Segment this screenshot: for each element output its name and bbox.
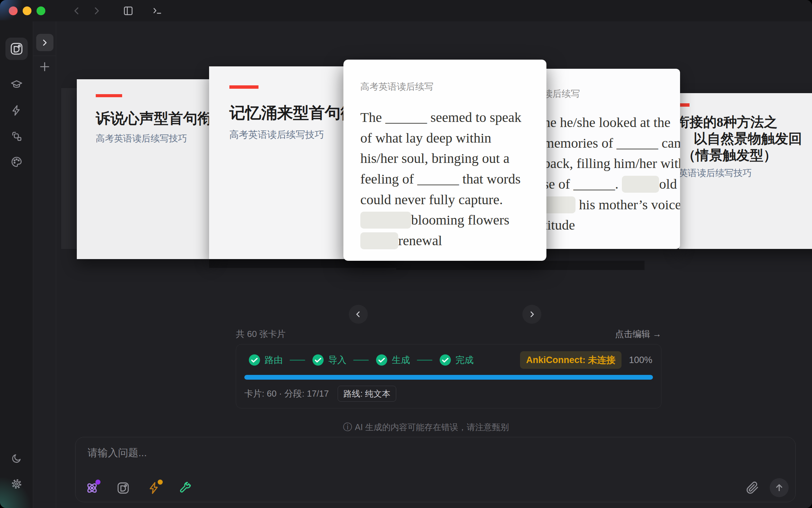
chat-composer bbox=[75, 437, 796, 502]
close-button[interactable] bbox=[9, 6, 18, 15]
theme-toggle-button[interactable] bbox=[11, 453, 22, 465]
gear-icon bbox=[10, 478, 23, 490]
settings-button[interactable] bbox=[10, 478, 23, 491]
arrow-up-icon bbox=[774, 483, 784, 493]
traffic-lights bbox=[9, 6, 45, 15]
cloze-blank[interactable] bbox=[622, 176, 659, 193]
sidebar-item-themes[interactable] bbox=[10, 156, 23, 169]
terminal-button[interactable] bbox=[152, 5, 163, 17]
card-text: memories of ______ came bbox=[543, 135, 680, 151]
palette-icon bbox=[10, 156, 23, 168]
quick-generate-button[interactable] bbox=[146, 480, 163, 496]
cloze-blank[interactable] bbox=[360, 212, 411, 229]
progress-step: 导入 bbox=[312, 354, 346, 366]
step-label: 导入 bbox=[328, 354, 346, 366]
secondary-rail bbox=[33, 21, 56, 508]
titlebar bbox=[0, 0, 812, 21]
rail-divider bbox=[33, 56, 56, 56]
progress-step: 路由 bbox=[248, 354, 283, 366]
progress-step: 生成 bbox=[376, 354, 410, 366]
card-accent-bar bbox=[96, 94, 122, 97]
card-title: 句衔接的8种方法之以自然景物触发回（情景触发型） bbox=[679, 114, 812, 164]
card-text: renewal bbox=[398, 233, 442, 248]
wrench-icon bbox=[179, 481, 192, 495]
info-icon: ⓘ bbox=[343, 422, 352, 432]
card-subtitle: 英语读后续写技巧 bbox=[679, 167, 812, 179]
card-back-strip bbox=[396, 261, 645, 270]
card-count-label: 共 60 张卡片 bbox=[236, 328, 286, 340]
chevron-left-icon bbox=[72, 6, 82, 16]
arrow-right-icon: → bbox=[653, 329, 661, 339]
new-chat-button[interactable] bbox=[39, 61, 51, 74]
card-accent-bar bbox=[679, 103, 690, 107]
main-content: 诉说心声型首句衔接 高考英语读后续写技巧 记忆涌来型首句衔接 高考英语读后续写技… bbox=[56, 21, 812, 508]
check-icon bbox=[248, 354, 261, 366]
flashcard-front[interactable]: 高考英语读后续写 The ______ seemed to speak of w… bbox=[343, 60, 546, 261]
chevron-right-icon bbox=[91, 6, 102, 16]
card-title: 诉说心声型首句衔接 bbox=[96, 109, 212, 128]
check-icon bbox=[439, 354, 451, 366]
card-text: old bbox=[659, 176, 677, 192]
card-subtitle: 高考英语读后续写技巧 bbox=[96, 132, 212, 145]
card-deck-label: 高考英语读后续写 bbox=[360, 81, 531, 93]
carousel-next-button[interactable] bbox=[522, 305, 541, 324]
route-badge: 路线: 纯文本 bbox=[338, 386, 396, 402]
sidebar-item-quick[interactable] bbox=[10, 104, 23, 118]
send-button[interactable] bbox=[770, 478, 789, 497]
tools-button[interactable] bbox=[177, 480, 194, 496]
step-connector bbox=[290, 360, 305, 361]
step-connector bbox=[417, 360, 432, 361]
step-label: 路由 bbox=[265, 354, 283, 366]
cloze-blank[interactable] bbox=[543, 196, 576, 213]
progress-bar-fill bbox=[244, 375, 653, 380]
edit-cards-link[interactable]: 点击编辑 → bbox=[615, 328, 661, 340]
card-text: his mother’s voice bbox=[576, 197, 680, 212]
question-input[interactable] bbox=[88, 446, 783, 470]
card-deck-label: 读后续写 bbox=[543, 88, 680, 100]
plus-icon bbox=[39, 61, 51, 73]
carousel-prev-button[interactable] bbox=[349, 305, 368, 324]
app-window: 诉说心声型首句衔接 高考英语读后续写技巧 记忆涌来型首句衔接 高考英语读后续写技… bbox=[0, 0, 812, 508]
sidebar-item-learn[interactable] bbox=[10, 79, 23, 92]
graduation-cap-icon bbox=[10, 79, 23, 91]
card-body: ne he/she looked at thememories of _____… bbox=[543, 112, 680, 235]
toggle-sidebar-button[interactable] bbox=[122, 5, 134, 17]
check-icon bbox=[376, 354, 388, 366]
card-body: The ______ seemed to speak of what lay d… bbox=[360, 107, 531, 251]
attach-file-button[interactable] bbox=[744, 479, 761, 496]
ai-disclaimer: ⓘAI 生成的内容可能存在错误，请注意甄别 bbox=[56, 421, 796, 433]
card-text: se of ______. bbox=[543, 176, 622, 192]
nav-back-button[interactable] bbox=[72, 6, 82, 16]
minimize-button[interactable] bbox=[23, 6, 31, 15]
flashcard[interactable]: 诉说心声型首句衔接 高考英语读后续写技巧 bbox=[77, 79, 212, 259]
sidebar-panel-icon bbox=[122, 5, 134, 17]
app-logo-icon bbox=[9, 42, 24, 56]
terminal-icon bbox=[152, 5, 163, 17]
step-label: 生成 bbox=[392, 354, 410, 366]
linked-nodes-icon bbox=[10, 130, 23, 142]
generation-stats: 卡片: 60 · 分段: 17/17 bbox=[244, 388, 329, 400]
chevron-right-icon bbox=[40, 38, 49, 47]
expand-panel-button[interactable] bbox=[36, 34, 53, 51]
model-selector-button[interactable] bbox=[84, 480, 100, 496]
zoom-button[interactable] bbox=[37, 6, 45, 15]
sidebar-item-connections[interactable] bbox=[10, 130, 23, 143]
notification-dot bbox=[95, 480, 100, 485]
app-logo-icon bbox=[116, 481, 130, 495]
progress-bar-track bbox=[244, 375, 653, 380]
card-mode-button[interactable] bbox=[115, 480, 132, 496]
left-rail bbox=[0, 21, 33, 508]
progress-step: 完成 bbox=[439, 354, 474, 366]
nav-forward-button[interactable] bbox=[91, 6, 102, 16]
lightning-bolt-icon bbox=[10, 104, 23, 117]
flashcard[interactable]: 句衔接的8种方法之以自然景物触发回（情景触发型） 英语读后续写技巧 bbox=[679, 93, 812, 249]
card-text: back, filling him/her with a bbox=[543, 155, 680, 171]
app-logo-button[interactable] bbox=[5, 38, 28, 60]
progress-percent: 100% bbox=[629, 355, 652, 365]
card-accent-bar bbox=[229, 85, 258, 89]
step-label: 完成 bbox=[455, 354, 474, 366]
carousel-meta-row: 共 60 张卡片 点击编辑 → bbox=[236, 328, 661, 340]
chevron-left-icon bbox=[354, 310, 362, 318]
ankiconnect-status-badge: AnkiConnect: 未连接 bbox=[520, 351, 622, 369]
cloze-blank[interactable] bbox=[360, 232, 398, 249]
